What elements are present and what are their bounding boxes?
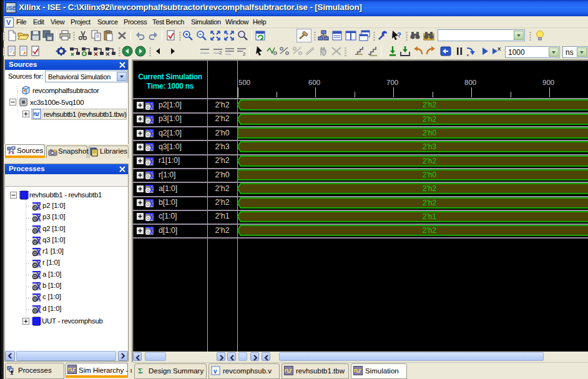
svg-text:v: v xyxy=(213,368,217,375)
svg-text:V: V xyxy=(6,19,11,26)
svg-text:2'h0: 2'h0 xyxy=(423,129,437,137)
svg-text:ISE: ISE xyxy=(7,5,16,11)
svg-text:2'h2: 2'h2 xyxy=(423,157,437,165)
svg-text:2'h3: 2'h3 xyxy=(423,142,437,151)
svg-text:2: 2 xyxy=(243,51,246,57)
svg-text:2'h2: 2'h2 xyxy=(423,199,437,207)
svg-text:?: ? xyxy=(397,31,401,39)
svg-text:2'h2: 2'h2 xyxy=(423,115,437,124)
svg-text:2'h1: 2'h1 xyxy=(423,212,437,221)
svg-text:2'h2: 2'h2 xyxy=(423,101,437,109)
svg-text:Σ: Σ xyxy=(138,367,143,375)
svg-text:2'h2: 2'h2 xyxy=(423,184,437,193)
svg-text:X: X xyxy=(497,46,501,52)
svg-text:2'h2: 2'h2 xyxy=(423,226,437,235)
svg-text:2'h0: 2'h0 xyxy=(423,170,437,179)
svg-text:2: 2 xyxy=(219,50,222,56)
